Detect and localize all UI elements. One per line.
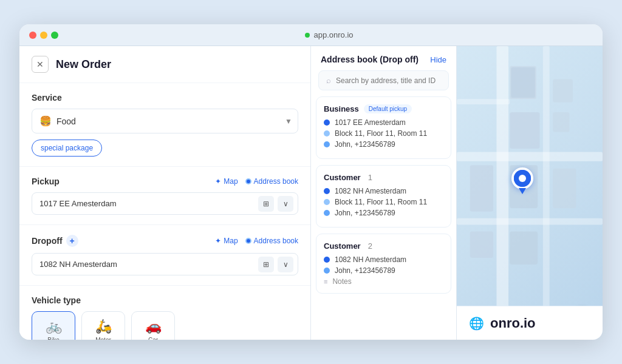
location-dot-icon [324,188,330,194]
url-bar[interactable]: app.onro.io [66,30,593,39]
dropoff-map-link[interactable]: ✦ Map [215,237,238,245]
close-icon: ✕ [36,59,44,69]
pickup-address-book-link[interactable]: Address book [245,177,298,186]
floor-dot-icon [324,199,330,205]
map-panel: ⊙ 🌐 onro.io [457,46,603,340]
pickup-label: Pickup [32,177,60,186]
svg-rect-14 [510,231,538,265]
new-order-panel: ✕ New Order Service 🍔 Food ▼ special pac… [19,46,311,340]
dropoff-section: Dropoff + ✦ Map Address book [19,225,310,286]
business-contact: John, +123456789 [335,140,395,149]
notes-icon: ≡ [324,278,327,285]
bike-icon: 🚲 [46,318,62,334]
default-pickup-badge: Default pickup [364,104,412,113]
pickup-input-wrapper: ⊞ ∨ [32,192,298,215]
close-dot[interactable] [29,32,36,39]
car-icon: 🚗 [145,318,162,334]
dropoff-actions: ✦ Map Address book [215,237,298,245]
person-dot-icon [324,268,330,274]
vehicle-section: Vehicle type 🚲 Bike 🛵 Motor 🚗 Car [19,286,310,340]
new-order-header: ✕ New Order [19,46,310,83]
svg-rect-2 [457,218,603,225]
card-address-customer1: 1082 NH Amesterdam [324,187,443,195]
card-contact-customer1: John, +123456789 [324,209,443,217]
dropoff-address-book-link[interactable]: Address book [245,237,298,245]
card-address-business: 1017 EE Amesterdam [324,118,443,127]
svg-rect-7 [553,79,573,103]
service-select-wrapper: 🍔 Food ▼ [32,109,298,133]
card-category-customer1: Customer [324,173,361,182]
svg-rect-6 [511,67,535,98]
close-button[interactable]: ✕ [32,56,49,73]
service-emoji: 🍔 [39,115,52,127]
customer2-notes: Notes [332,277,351,286]
map-icon: ✦ [215,177,221,186]
floor-dot-icon [324,130,330,136]
card-category-customer2: Customer [324,241,361,251]
customer1-address: 1082 NH Amesterdam [335,187,406,195]
minimize-dot[interactable] [40,32,47,39]
vehicle-option-car[interactable]: 🚗 Car [131,311,175,340]
dropoff-label-container: Dropoff + [32,235,78,247]
map-roads [457,46,603,337]
svg-rect-9 [553,112,569,132]
search-input[interactable] [336,76,441,85]
customer2-number: 2 [368,241,372,251]
dropoff-bookmark-icon[interactable]: ⊞ [258,257,274,272]
search-bar[interactable]: ⌕ [318,70,449,90]
url-text: app.onro.io [313,30,353,39]
pickup-map-link[interactable]: ✦ Map [215,177,238,186]
pickup-section: Pickup ✦ Map Address book [19,167,310,225]
pickup-chevron-icon[interactable]: ∨ [278,196,293,212]
bottom-branding: 🌐 onro.io [457,306,603,340]
customer2-address: 1082 NH Amesterdam [335,255,406,264]
svg-rect-13 [470,231,493,258]
person-dot-icon [324,210,330,216]
customer1-floor: Block 11, Floor 11, Room 11 [335,198,427,206]
map-pin-shadow [519,188,526,194]
search-icon: ⌕ [326,76,331,85]
service-section: Service 🍔 Food ▼ special package [19,83,310,167]
map-pin-circle [511,167,533,189]
vehicle-type-label: Vehicle type [32,295,298,305]
vehicle-option-motor[interactable]: 🛵 Motor [81,311,125,340]
location-icon [245,178,251,184]
card-category-business: Business [324,104,359,113]
card-header-customer2: Customer 2 [324,241,443,251]
car-label: Car [148,337,158,340]
card-floor-business: Block 11, Floor 11, Room 11 [324,129,443,138]
dropoff-chevron-icon[interactable]: ∨ [278,257,293,272]
dropoff-input-icons: ⊞ ∨ [258,257,293,272]
pickup-input-icons: ⊞ ∨ [258,196,293,212]
customer2-contact: John, +123456789 [335,266,395,275]
address-card-customer1[interactable]: Customer 1 1082 NH Amesterdam Block 11, … [316,165,451,228]
service-select[interactable]: 🍔 Food [32,109,298,133]
page-title: New Order [56,58,111,71]
card-contact-business: John, +123456789 [324,140,443,149]
map-icon: ✦ [215,237,221,245]
add-dropoff-button[interactable]: + [66,235,78,247]
card-header-business: Business Default pickup [324,104,443,113]
address-card-customer2[interactable]: Customer 2 1082 NH Amesterdam John, +123… [316,234,451,294]
person-dot-icon [324,141,330,147]
window-controls [29,32,58,39]
browser-window: app.onro.io ✕ New Order Service 🍔 Food [19,24,603,340]
address-card-business[interactable]: Business Default pickup 1017 EE Amesterd… [316,96,451,159]
motor-icon: 🛵 [95,318,112,334]
dropoff-label: Dropoff [32,236,63,246]
svg-rect-12 [553,169,576,208]
maximize-dot[interactable] [51,32,58,39]
pickup-bookmark-icon[interactable]: ⊞ [258,196,274,212]
hide-button[interactable]: Hide [430,55,446,64]
special-package-button[interactable]: special package [32,140,102,157]
customer1-contact: John, +123456789 [335,209,395,217]
brand-name: onro.io [490,315,536,331]
svg-rect-4 [457,99,510,104]
business-floor: Block 11, Floor 11, Room 11 [335,129,427,138]
ssl-icon [305,33,310,38]
location-dot-icon [324,120,330,126]
card-header-customer1: Customer 1 [324,173,443,182]
vehicle-option-bike[interactable]: 🚲 Bike [32,311,75,340]
pickup-actions: ✦ Map Address book [215,177,298,186]
map-pin [511,167,533,189]
